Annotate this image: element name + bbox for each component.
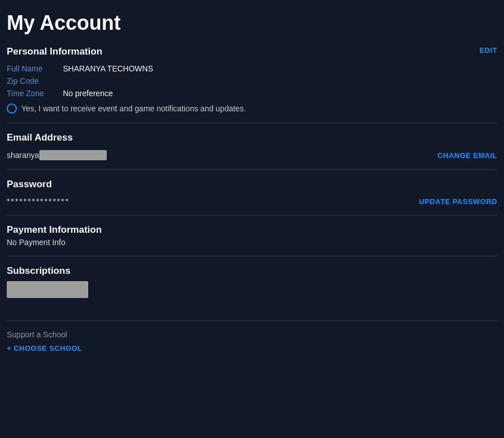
page-title: My Account — [7, 11, 497, 35]
divider-3 — [7, 215, 497, 215]
payment-section: Payment Information No Payment Info — [7, 224, 497, 247]
notification-circle-icon — [7, 103, 17, 114]
divider-4 — [7, 256, 497, 256]
full-name-row: Full Name SHARANYA TECHOWNS — [7, 64, 497, 73]
email-row: sharanya CHANGE EMAIL — [7, 150, 497, 160]
full-name-value: SHARANYA TECHOWNS — [63, 64, 153, 73]
password-header: Password — [7, 179, 497, 197]
email-display: sharanya — [7, 150, 107, 160]
email-title: Email Address — [7, 132, 72, 143]
time-zone-row: Time Zone No preference — [7, 89, 497, 98]
support-school-label: Support a School — [7, 330, 497, 339]
notification-text: Yes, I want to receive event and game no… — [21, 104, 246, 113]
subscriptions-section: Subscriptions — [7, 265, 497, 298]
password-section: Password *************** UPDATE PASSWORD — [7, 179, 497, 206]
divider-1 — [7, 123, 497, 123]
no-payment-text: No Payment Info — [7, 238, 497, 247]
password-row: *************** UPDATE PASSWORD — [7, 197, 497, 206]
page-container: My Account Personal Information EDIT Ful… — [0, 0, 504, 368]
choose-school-button[interactable]: + CHOOSE SCHOOL — [7, 344, 82, 353]
update-password-button[interactable]: UPDATE PASSWORD — [419, 197, 497, 206]
divider-5 — [7, 320, 497, 321]
email-partial: sharanya — [7, 151, 39, 160]
subscriptions-box — [7, 281, 88, 298]
password-dots: *************** — [7, 197, 70, 206]
personal-info-section: Personal Information EDIT Full Name SHAR… — [7, 46, 497, 114]
full-name-label: Full Name — [7, 64, 63, 73]
personal-info-title: Personal Information — [7, 46, 102, 57]
email-section: Email Address sharanya CHANGE EMAIL — [7, 132, 497, 160]
zip-code-row: Zip Code — [7, 76, 497, 85]
notification-row: Yes, I want to receive event and game no… — [7, 103, 497, 114]
password-title: Password — [7, 179, 52, 190]
email-header: Email Address — [7, 132, 497, 150]
payment-title: Payment Information — [7, 224, 102, 235]
email-masked — [39, 150, 107, 160]
edit-button[interactable]: EDIT — [479, 46, 497, 55]
subscriptions-title: Subscriptions — [7, 265, 70, 276]
personal-info-header: Personal Information EDIT — [7, 46, 497, 64]
time-zone-value: No preference — [63, 89, 113, 98]
divider-2 — [7, 169, 497, 170]
support-school-section: Support a School + CHOOSE SCHOOL — [7, 330, 497, 353]
time-zone-label: Time Zone — [7, 89, 63, 98]
change-email-button[interactable]: CHANGE EMAIL — [438, 151, 497, 160]
zip-code-label: Zip Code — [7, 76, 63, 85]
